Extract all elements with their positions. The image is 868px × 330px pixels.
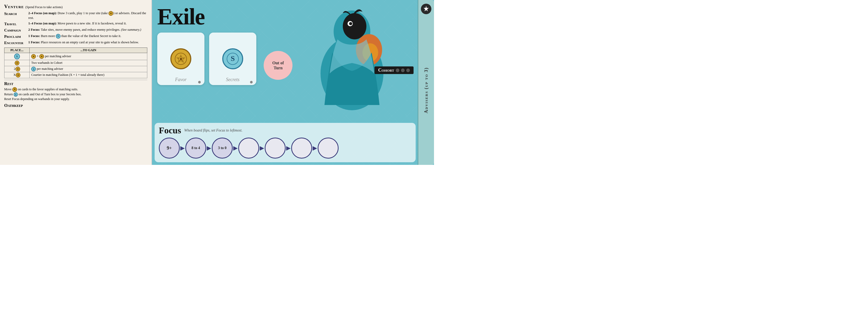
svg-point-14 (347, 21, 353, 26)
favor-token-row3: ★ (16, 67, 20, 72)
focus-circles: 9+ ▶ 8 to 4 ▶ 3 to 0 ▶ ▶ ▶ ▶ (159, 138, 411, 159)
table-col-place: PLACE... (4, 48, 30, 53)
table-cell-place-4: X★ (4, 72, 30, 78)
focus-circle-4 (238, 138, 259, 159)
table-cell-place-3: 2★ (4, 66, 30, 72)
focus-arrow-3: ▶ (233, 145, 238, 152)
table-cell-gain-2: Two warbands in Cohort (30, 60, 147, 66)
action-desc-search: 2–4 Focus (on map): Draw 3 cards, play 1… (28, 11, 147, 21)
action-name-campaign: Campaign (4, 28, 27, 33)
focus-circle-6 (291, 138, 312, 159)
focus-subtitle: When board flips, set Focus to leftmost. (184, 128, 242, 133)
focus-arrow-5: ▶ (286, 145, 291, 152)
s-token-row1: S (14, 54, 20, 59)
svg-point-17 (356, 34, 382, 66)
svg-text:♛: ♛ (180, 57, 182, 61)
secrets-card-slot: S Secrets (209, 32, 256, 85)
svg-marker-19 (424, 6, 429, 11)
secrets-card-dot (250, 81, 253, 83)
per-matching-adviser: per matching adviser (45, 54, 71, 58)
cohort-dot-1 (396, 68, 399, 72)
s-token-proclaim: S (56, 34, 61, 38)
oathkeep-title: Oathkeep (4, 103, 147, 108)
table-row: 2★ S per matching adviser (4, 66, 147, 72)
action-name-encounter: Encounter (4, 40, 27, 46)
secrets-card-label: Secrets (226, 77, 239, 82)
focus-arrow-6: ▶ (313, 145, 317, 152)
rest-title: Rest (4, 81, 147, 86)
focus-header: Focus When board flips, set Focus to lef… (159, 126, 411, 135)
action-name-travel: Travel (4, 21, 27, 27)
favor-token-row4: ★ (16, 73, 21, 78)
focus-arrow-1: ▶ (180, 145, 185, 152)
favor-token-large: ♛ (170, 48, 191, 69)
svg-text:S: S (230, 54, 235, 62)
cohort-label: Cohort (378, 67, 394, 73)
table-row: S ★ + ★ per matching adviser (4, 53, 147, 60)
action-search: Search 2–4 Focus (on map): Draw 3 cards,… (4, 11, 147, 21)
encounter-table: PLACE... ...TO GAIN S ★ + ★ per matchi (4, 48, 147, 78)
right-panel: Exile ♛ Favor (152, 0, 434, 165)
favor-token-search: ★ (108, 11, 113, 16)
table-row: X★ Courtier in matching Fashion (X = 1 +… (4, 72, 147, 78)
action-travel: Travel 1–4 Focus (on map): Move pawn to … (4, 21, 147, 27)
svg-marker-16 (353, 29, 360, 33)
action-desc-encounter: 1 Focus: Place resources on an empty car… (28, 40, 139, 45)
favor-card-label: Favor (175, 77, 187, 82)
s-token-rest: S (13, 92, 18, 97)
main-container: Venture (Spend Focus to take actions) Se… (0, 0, 434, 165)
focus-circle-9plus: 9+ (159, 138, 180, 159)
action-campaign: Campaign 2 Focus: Take sites, move enemy… (4, 28, 147, 33)
favor-token-row2: ★ (15, 61, 20, 65)
focus-arrow-2: ▶ (207, 145, 211, 152)
focus-circle-5 (265, 138, 286, 159)
table-cell-gain-3: S per matching adviser (30, 66, 147, 72)
table-cell-place-2: ★ (4, 60, 30, 66)
action-desc-proclaim: 1 Focus: Burn more S than the value of t… (28, 34, 121, 38)
out-of-turn-bubble: Out ofTurn (264, 51, 292, 80)
table-row: ★ Two warbands in Cohort (4, 60, 147, 66)
action-desc-travel: 1–4 Focus (on map): Move pawn to a new s… (28, 21, 127, 26)
s-token-gain3: S (31, 67, 36, 72)
focus-circle-7 (318, 138, 339, 159)
table-cell-gain-4: Courtier in matching Fashion (X = 1 + to… (30, 72, 147, 78)
rest-desc: Move ★ on cards to the favor supplies of… (4, 87, 147, 102)
svg-point-15 (349, 22, 352, 25)
venture-subtitle: (Spend Focus to take actions) (25, 5, 63, 9)
cohort-bar: Cohort (374, 66, 413, 74)
s-token-large: S (222, 48, 243, 69)
action-proclaim: Proclaim 1 Focus: Burn more S than the v… (4, 34, 147, 39)
advisers-label: Advisers (up to 3) (424, 67, 429, 113)
advisers-icon (421, 4, 431, 14)
venture-title: Venture (Spend Focus to take actions) (4, 4, 147, 9)
favor-token-gain1b: ★ (39, 54, 44, 59)
favor-token-gain1a: ★ (31, 54, 36, 59)
right-top-area: Exile ♛ Favor (152, 0, 434, 123)
focus-arrow-4: ▶ (260, 145, 264, 152)
rest-section: Rest Move ★ on cards to the favor suppli… (4, 80, 147, 102)
focus-circle-3to0: 3 to 0 (212, 138, 233, 159)
action-name-proclaim: Proclaim (4, 34, 27, 39)
action-name-search: Search (4, 11, 27, 17)
focus-circle-8to4: 8 to 4 (185, 138, 206, 159)
table-cell-gain-1: ★ + ★ per matching adviser (30, 53, 147, 60)
svg-point-12 (334, 10, 370, 53)
cohort-dot-3 (406, 68, 410, 72)
table-col-gain: ...TO GAIN (30, 48, 147, 53)
character-illustration (337, 0, 410, 100)
left-panel: Venture (Spend Focus to take actions) Se… (0, 0, 152, 165)
action-encounter: Encounter 1 Focus: Place resources on an… (4, 40, 147, 46)
advisers-sidebar: Advisers (up to 3) (418, 0, 434, 165)
favor-card-slot: ♛ Favor (157, 32, 205, 85)
focus-title: Focus (159, 126, 181, 135)
svg-point-13 (343, 13, 366, 39)
action-desc-campaign: 2 Focus: Take sites, move enemy pawn, an… (28, 28, 141, 32)
svg-point-18 (363, 43, 378, 62)
focus-section: Focus When board flips, set Focus to lef… (155, 123, 416, 162)
table-cell-place-1: S (4, 53, 30, 60)
cohort-dot-2 (401, 68, 405, 72)
favor-token-rest1: ★ (12, 87, 17, 92)
favor-card-dot (198, 81, 201, 83)
